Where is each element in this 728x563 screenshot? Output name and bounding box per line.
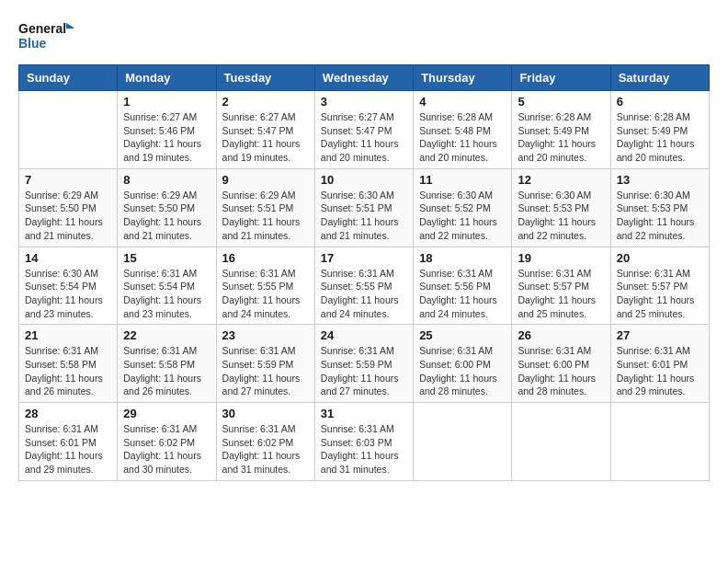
day-info: Sunrise: 6:28 AMSunset: 5:49 PMDaylight:… bbox=[617, 110, 703, 165]
calendar-cell: 20Sunrise: 6:31 AMSunset: 5:57 PMDayligh… bbox=[610, 247, 709, 325]
day-number: 17 bbox=[321, 251, 407, 265]
calendar-cell: 17Sunrise: 6:31 AMSunset: 5:55 PMDayligh… bbox=[314, 247, 413, 325]
day-info: Sunrise: 6:31 AMSunset: 5:59 PMDaylight:… bbox=[321, 344, 407, 398]
weekday-header-wednesday: Wednesday bbox=[314, 65, 413, 91]
day-info: Sunrise: 6:29 AMSunset: 5:50 PMDaylight:… bbox=[123, 189, 210, 243]
day-info: Sunrise: 6:31 AMSunset: 5:55 PMDaylight:… bbox=[321, 267, 407, 321]
calendar-cell: 13Sunrise: 6:30 AMSunset: 5:53 PMDayligh… bbox=[610, 168, 709, 247]
calendar-cell bbox=[414, 403, 512, 481]
calendar-cell bbox=[512, 403, 610, 481]
day-info: Sunrise: 6:29 AMSunset: 5:51 PMDaylight:… bbox=[222, 189, 309, 243]
calendar-cell: 18Sunrise: 6:31 AMSunset: 5:56 PMDayligh… bbox=[414, 247, 512, 325]
day-number: 31 bbox=[321, 407, 407, 420]
day-info: Sunrise: 6:31 AMSunset: 5:59 PMDaylight:… bbox=[222, 344, 309, 398]
day-number: 23 bbox=[222, 328, 309, 342]
svg-text:General: General bbox=[18, 21, 66, 36]
svg-marker-2 bbox=[66, 23, 74, 29]
calendar-cell: 31Sunrise: 6:31 AMSunset: 6:03 PMDayligh… bbox=[314, 403, 413, 481]
calendar-cell: 4Sunrise: 6:28 AMSunset: 5:48 PMDaylight… bbox=[414, 91, 512, 169]
day-number: 22 bbox=[123, 328, 210, 342]
weekday-header-row: SundayMondayTuesdayWednesdayThursdayFrid… bbox=[19, 65, 710, 91]
calendar-cell: 1Sunrise: 6:27 AMSunset: 5:46 PMDaylight… bbox=[118, 91, 216, 169]
day-info: Sunrise: 6:30 AMSunset: 5:53 PMDaylight:… bbox=[617, 189, 703, 243]
calendar-week-row: 14Sunrise: 6:30 AMSunset: 5:54 PMDayligh… bbox=[19, 247, 710, 325]
day-info: Sunrise: 6:27 AMSunset: 5:47 PMDaylight:… bbox=[222, 110, 309, 165]
day-info: Sunrise: 6:31 AMSunset: 6:00 PMDaylight:… bbox=[518, 344, 604, 398]
weekday-header-sunday: Sunday bbox=[19, 65, 118, 91]
day-number: 27 bbox=[617, 328, 703, 342]
day-info: Sunrise: 6:31 AMSunset: 5:58 PMDaylight:… bbox=[123, 344, 210, 398]
weekday-header-saturday: Saturday bbox=[610, 65, 709, 91]
day-info: Sunrise: 6:30 AMSunset: 5:54 PMDaylight:… bbox=[25, 267, 111, 321]
day-info: Sunrise: 6:30 AMSunset: 5:51 PMDaylight:… bbox=[321, 189, 407, 243]
calendar-cell: 3Sunrise: 6:27 AMSunset: 5:47 PMDaylight… bbox=[314, 91, 413, 169]
calendar-cell: 12Sunrise: 6:30 AMSunset: 5:53 PMDayligh… bbox=[512, 168, 610, 247]
calendar-cell: 8Sunrise: 6:29 AMSunset: 5:50 PMDaylight… bbox=[118, 168, 216, 247]
day-number: 16 bbox=[222, 251, 309, 265]
day-info: Sunrise: 6:27 AMSunset: 5:47 PMDaylight:… bbox=[321, 110, 407, 165]
day-info: Sunrise: 6:31 AMSunset: 6:02 PMDaylight:… bbox=[123, 422, 210, 477]
calendar-week-row: 28Sunrise: 6:31 AMSunset: 6:01 PMDayligh… bbox=[19, 403, 710, 481]
svg-text:Blue: Blue bbox=[18, 36, 47, 51]
logo-svg: General Blue bbox=[18, 18, 74, 55]
calendar-cell: 9Sunrise: 6:29 AMSunset: 5:51 PMDaylight… bbox=[216, 168, 314, 247]
day-number: 2 bbox=[222, 95, 309, 109]
day-number: 21 bbox=[25, 328, 111, 342]
calendar-cell: 5Sunrise: 6:28 AMSunset: 5:49 PMDaylight… bbox=[512, 91, 610, 169]
day-info: Sunrise: 6:31 AMSunset: 5:57 PMDaylight:… bbox=[617, 267, 703, 321]
weekday-header-friday: Friday bbox=[512, 65, 610, 91]
calendar-table: SundayMondayTuesdayWednesdayThursdayFrid… bbox=[18, 64, 710, 481]
day-number: 20 bbox=[617, 251, 703, 265]
page-header: General Blue bbox=[18, 18, 710, 55]
weekday-header-thursday: Thursday bbox=[414, 65, 512, 91]
day-info: Sunrise: 6:31 AMSunset: 6:02 PMDaylight:… bbox=[222, 422, 309, 477]
calendar-cell: 28Sunrise: 6:31 AMSunset: 6:01 PMDayligh… bbox=[19, 403, 118, 481]
calendar-cell: 24Sunrise: 6:31 AMSunset: 5:59 PMDayligh… bbox=[314, 325, 413, 403]
weekday-header-tuesday: Tuesday bbox=[216, 65, 314, 91]
logo: General Blue bbox=[18, 18, 74, 55]
calendar-cell: 14Sunrise: 6:30 AMSunset: 5:54 PMDayligh… bbox=[19, 247, 118, 325]
day-number: 12 bbox=[518, 173, 604, 187]
day-number: 1 bbox=[123, 95, 210, 109]
calendar-cell bbox=[19, 91, 118, 169]
day-number: 25 bbox=[419, 328, 506, 342]
calendar-cell: 25Sunrise: 6:31 AMSunset: 6:00 PMDayligh… bbox=[414, 325, 512, 403]
calendar-cell: 2Sunrise: 6:27 AMSunset: 5:47 PMDaylight… bbox=[216, 91, 314, 169]
day-number: 24 bbox=[321, 328, 407, 342]
day-number: 29 bbox=[123, 407, 210, 420]
day-number: 13 bbox=[617, 173, 703, 187]
day-number: 8 bbox=[123, 173, 210, 187]
day-number: 15 bbox=[123, 251, 210, 265]
day-number: 6 bbox=[617, 95, 703, 109]
day-number: 26 bbox=[518, 328, 604, 342]
day-info: Sunrise: 6:31 AMSunset: 5:55 PMDaylight:… bbox=[222, 267, 309, 321]
calendar-cell: 23Sunrise: 6:31 AMSunset: 5:59 PMDayligh… bbox=[216, 325, 314, 403]
day-info: Sunrise: 6:31 AMSunset: 5:57 PMDaylight:… bbox=[518, 267, 604, 321]
day-number: 9 bbox=[222, 173, 309, 187]
weekday-header-monday: Monday bbox=[118, 65, 216, 91]
day-number: 14 bbox=[25, 251, 111, 265]
calendar-cell: 16Sunrise: 6:31 AMSunset: 5:55 PMDayligh… bbox=[216, 247, 314, 325]
day-info: Sunrise: 6:31 AMSunset: 6:01 PMDaylight:… bbox=[617, 344, 703, 398]
day-info: Sunrise: 6:31 AMSunset: 6:01 PMDaylight:… bbox=[25, 422, 111, 477]
day-info: Sunrise: 6:28 AMSunset: 5:48 PMDaylight:… bbox=[419, 110, 506, 165]
day-info: Sunrise: 6:30 AMSunset: 5:52 PMDaylight:… bbox=[419, 189, 506, 243]
day-info: Sunrise: 6:29 AMSunset: 5:50 PMDaylight:… bbox=[25, 189, 111, 243]
day-info: Sunrise: 6:27 AMSunset: 5:46 PMDaylight:… bbox=[123, 110, 210, 165]
day-info: Sunrise: 6:31 AMSunset: 5:56 PMDaylight:… bbox=[419, 267, 506, 321]
day-number: 18 bbox=[419, 251, 506, 265]
calendar-cell: 10Sunrise: 6:30 AMSunset: 5:51 PMDayligh… bbox=[314, 168, 413, 247]
calendar-cell: 21Sunrise: 6:31 AMSunset: 5:58 PMDayligh… bbox=[19, 325, 118, 403]
calendar-cell: 15Sunrise: 6:31 AMSunset: 5:54 PMDayligh… bbox=[118, 247, 216, 325]
calendar-cell: 27Sunrise: 6:31 AMSunset: 6:01 PMDayligh… bbox=[610, 325, 709, 403]
day-info: Sunrise: 6:31 AMSunset: 5:58 PMDaylight:… bbox=[25, 344, 111, 398]
calendar-cell: 7Sunrise: 6:29 AMSunset: 5:50 PMDaylight… bbox=[19, 168, 118, 247]
day-number: 5 bbox=[518, 95, 604, 109]
calendar-cell bbox=[610, 403, 709, 481]
calendar-week-row: 21Sunrise: 6:31 AMSunset: 5:58 PMDayligh… bbox=[19, 325, 710, 403]
day-number: 4 bbox=[419, 95, 506, 109]
day-info: Sunrise: 6:30 AMSunset: 5:53 PMDaylight:… bbox=[518, 189, 604, 243]
day-number: 7 bbox=[25, 173, 111, 187]
calendar-cell: 11Sunrise: 6:30 AMSunset: 5:52 PMDayligh… bbox=[414, 168, 512, 247]
calendar-cell: 29Sunrise: 6:31 AMSunset: 6:02 PMDayligh… bbox=[118, 403, 216, 481]
